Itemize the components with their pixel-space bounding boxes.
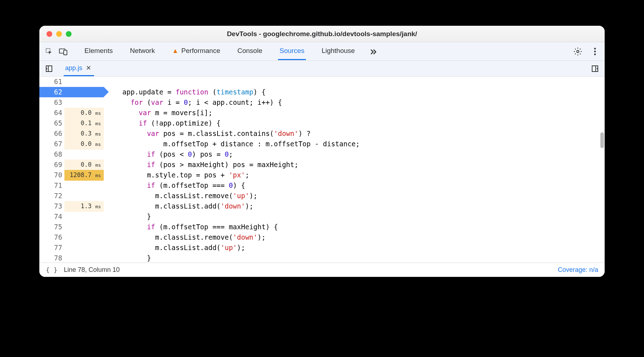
devtools-window: DevTools - googlechrome.github.io/devtoo… bbox=[39, 26, 605, 277]
gutter-line[interactable]: 690.0 ms bbox=[39, 160, 104, 170]
code-line[interactable]: if (m.offsetTop === maxHeight) { bbox=[122, 222, 605, 232]
code-line[interactable] bbox=[122, 77, 605, 87]
line-number: 65 bbox=[44, 118, 64, 128]
show-debugger-icon[interactable] bbox=[590, 64, 600, 73]
gutter-line[interactable]: 660.3 ms bbox=[39, 128, 104, 139]
close-window-button[interactable] bbox=[47, 31, 52, 37]
gutter-line[interactable]: 74 bbox=[39, 211, 104, 222]
code-line[interactable]: for (var i = 0; i < app.count; i++) { bbox=[122, 97, 605, 108]
gutter-line[interactable]: 68 bbox=[39, 149, 104, 160]
gutter-line[interactable]: 77 bbox=[39, 243, 104, 253]
panel-tab-label: Elements bbox=[84, 47, 113, 55]
gutter-line[interactable]: 72 bbox=[39, 191, 104, 201]
gutter-line[interactable]: 650.1 ms bbox=[39, 118, 104, 128]
main-toolbar: ElementsNetwork▲PerformanceConsoleSource… bbox=[39, 42, 605, 61]
settings-gear-icon[interactable] bbox=[573, 47, 582, 56]
code-line[interactable]: if (!app.optimize) { bbox=[122, 118, 605, 128]
sources-subbar: app.js ✕ bbox=[39, 61, 605, 77]
line-number: 61 bbox=[44, 77, 64, 87]
window-title: DevTools - googlechrome.github.io/devtoo… bbox=[39, 30, 605, 38]
inspect-element-icon[interactable] bbox=[44, 47, 54, 56]
panel-tab-label: Network bbox=[130, 47, 155, 55]
device-toolbar-icon[interactable] bbox=[59, 47, 68, 56]
kebab-menu-icon[interactable] bbox=[590, 47, 600, 56]
code-line[interactable]: } bbox=[122, 253, 605, 263]
line-number: 67 bbox=[44, 139, 64, 149]
line-timing: 1208.7 ms bbox=[64, 170, 104, 181]
gutter-line[interactable]: 61 bbox=[39, 77, 104, 87]
code-line[interactable]: m.classList.remove('up'); bbox=[122, 191, 605, 201]
line-number: 71 bbox=[44, 180, 64, 191]
panel-tab-sources[interactable]: Sources bbox=[278, 43, 306, 60]
panel-tab-label: Lighthouse bbox=[322, 47, 355, 55]
code-line[interactable]: var m = movers[i]; bbox=[122, 108, 605, 118]
code-line[interactable]: app.update = function (timestamp) { bbox=[122, 87, 605, 97]
panel-tab-elements[interactable]: Elements bbox=[83, 43, 114, 60]
line-number: 75 bbox=[44, 222, 64, 232]
traffic-lights bbox=[39, 31, 72, 37]
line-number: 64 bbox=[44, 108, 64, 118]
line-timing: 1.3 ms bbox=[64, 201, 104, 212]
titlebar: DevTools - googlechrome.github.io/devtoo… bbox=[39, 26, 605, 42]
gutter-line[interactable]: 640.0 ms bbox=[39, 108, 104, 118]
code-line[interactable]: if (pos > maxHeight) pos = maxHeight; bbox=[122, 160, 605, 170]
cursor-position: Line 78, Column 10 bbox=[64, 266, 120, 274]
line-number: 70 bbox=[44, 170, 64, 180]
line-number: 74 bbox=[44, 211, 64, 222]
code-editor[interactable]: 616263640.0 ms650.1 ms660.3 ms670.0 ms68… bbox=[39, 77, 605, 263]
code-line[interactable]: m.style.top = pos + 'px'; bbox=[122, 170, 605, 180]
gutter-line[interactable]: 701208.7 ms bbox=[39, 170, 104, 180]
panel-tab-console[interactable]: Console bbox=[236, 43, 264, 60]
code-line[interactable]: if (m.offsetTop === 0) { bbox=[122, 180, 605, 191]
gutter-line[interactable]: 63 bbox=[39, 97, 104, 108]
line-number: 66 bbox=[44, 128, 64, 139]
code-line[interactable]: m.offsetTop + distance : m.offsetTop - d… bbox=[122, 139, 605, 149]
coverage-status[interactable]: Coverage: n/a bbox=[558, 266, 598, 274]
gutter-line[interactable]: 731.3 ms bbox=[39, 201, 104, 211]
line-timing: 0.3 ms bbox=[64, 128, 104, 139]
gutter-line[interactable]: 670.0 ms bbox=[39, 139, 104, 149]
svg-rect-2 bbox=[64, 50, 67, 55]
more-tabs-icon[interactable] bbox=[369, 47, 378, 56]
svg-point-5 bbox=[594, 50, 596, 52]
line-number: 62 bbox=[44, 87, 64, 97]
maximize-window-button[interactable] bbox=[66, 31, 72, 37]
gutter-line[interactable]: 76 bbox=[39, 232, 104, 243]
panel-tab-label: Console bbox=[238, 47, 263, 55]
panel-tab-performance[interactable]: ▲Performance bbox=[171, 43, 222, 60]
line-number: 77 bbox=[44, 243, 64, 253]
line-timing: 0.1 ms bbox=[64, 118, 104, 129]
gutter-line[interactable]: 71 bbox=[39, 180, 104, 191]
svg-point-3 bbox=[577, 50, 579, 53]
line-number: 68 bbox=[44, 149, 64, 160]
gutter-line[interactable]: 75 bbox=[39, 222, 104, 232]
code-content[interactable]: app.update = function (timestamp) { for … bbox=[104, 77, 605, 263]
panel-tab-label: Performance bbox=[181, 47, 220, 55]
close-file-icon[interactable]: ✕ bbox=[86, 64, 91, 72]
line-number: 69 bbox=[44, 160, 64, 170]
panel-tab-network[interactable]: Network bbox=[128, 43, 156, 60]
statusbar: { } Line 78, Column 10 Coverage: n/a bbox=[39, 263, 605, 277]
pretty-print-icon[interactable]: { } bbox=[46, 266, 58, 274]
scrollbar-thumb[interactable] bbox=[600, 132, 604, 148]
code-line[interactable]: if (pos < 0) pos = 0; bbox=[122, 149, 605, 160]
panel-tab-label: Sources bbox=[279, 47, 304, 55]
file-tab-label: app.js bbox=[65, 64, 82, 72]
line-timing: 0.0 ms bbox=[64, 160, 104, 170]
panel-tab-lighthouse[interactable]: Lighthouse bbox=[320, 43, 356, 60]
line-number: 63 bbox=[44, 97, 64, 108]
minimize-window-button[interactable] bbox=[56, 31, 62, 37]
warning-icon: ▲ bbox=[172, 47, 179, 55]
line-number: 72 bbox=[44, 191, 64, 201]
code-line[interactable]: } bbox=[122, 211, 605, 222]
code-line[interactable]: var pos = m.classList.contains('down') ? bbox=[122, 128, 605, 139]
code-line[interactable]: m.classList.add('up'); bbox=[122, 243, 605, 253]
line-timing: 0.0 ms bbox=[64, 108, 104, 118]
code-line[interactable]: m.classList.remove('down'); bbox=[122, 232, 605, 243]
code-line[interactable]: m.classList.add('down'); bbox=[122, 201, 605, 211]
file-tab-appjs[interactable]: app.js ✕ bbox=[64, 61, 94, 76]
show-navigator-icon[interactable] bbox=[44, 64, 54, 73]
line-gutter[interactable]: 616263640.0 ms650.1 ms660.3 ms670.0 ms68… bbox=[39, 77, 104, 263]
gutter-line[interactable]: 62 bbox=[39, 87, 104, 97]
gutter-line[interactable]: 78 bbox=[39, 253, 104, 263]
